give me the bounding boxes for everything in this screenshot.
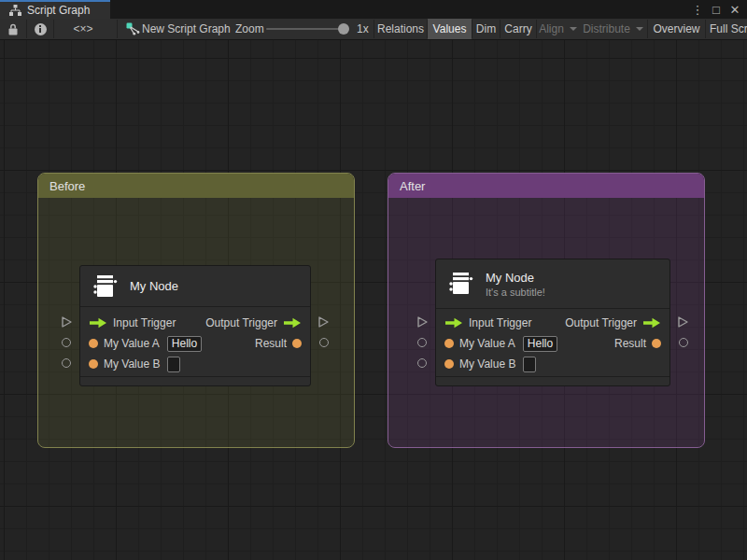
- external-value-input-port[interactable]: [62, 338, 71, 347]
- relations-button[interactable]: Relations: [374, 19, 427, 39]
- trigger-port-row: Input Trigger Output Trigger: [436, 313, 669, 333]
- external-value-input-port[interactable]: [417, 358, 427, 368]
- port-label: Result: [614, 337, 646, 350]
- port-label: Output Trigger: [565, 316, 637, 329]
- node-box[interactable]: My Node It's a subtitle! Input Trigger O…: [435, 259, 670, 386]
- external-trigger-output-port[interactable]: [677, 315, 689, 331]
- value-a-input[interactable]: Hello: [167, 336, 202, 352]
- tab-title: Script Graph: [27, 4, 90, 17]
- node-subtitle: It's a subtitle!: [486, 287, 545, 298]
- value-a-port-row: My Value A Hello Result: [80, 333, 310, 354]
- port-label: Input Trigger: [113, 316, 176, 329]
- info-icon: [35, 23, 47, 35]
- code-brackets-icon: <×>: [73, 22, 92, 35]
- hierarchy-icon: [9, 5, 21, 16]
- chevron-down-icon: [636, 27, 643, 31]
- group-after-header[interactable]: After: [388, 174, 704, 198]
- chevron-down-icon: [570, 27, 577, 31]
- external-trigger-input-port[interactable]: [416, 315, 429, 331]
- external-value-output-port[interactable]: [679, 338, 688, 347]
- lock-button[interactable]: [0, 19, 26, 39]
- distribute-dropdown-button[interactable]: Distribute: [579, 19, 647, 39]
- port-label: My Value A: [459, 337, 515, 350]
- graph-canvas[interactable]: Before After: [0, 40, 747, 560]
- node-body: Input Trigger Output Trigger My Value A …: [80, 307, 310, 376]
- window-controls: ⋮ □ ✕: [691, 0, 747, 19]
- fullscreen-button[interactable]: Full Screen: [706, 19, 747, 39]
- graph-asset-icon: [124, 19, 141, 39]
- value-output-port-icon[interactable]: [652, 339, 661, 348]
- align-dropdown-button[interactable]: Align: [537, 19, 579, 39]
- zoom-slider[interactable]: [266, 19, 346, 39]
- value-a-input[interactable]: Hello: [523, 336, 557, 352]
- node-footer: [436, 376, 669, 385]
- value-a-port-row: My Value A Hello Result: [436, 333, 669, 354]
- menu-icon[interactable]: ⋮: [691, 3, 704, 17]
- node-title: My Node: [486, 271, 545, 285]
- value-input-port-icon[interactable]: [89, 339, 98, 348]
- value-b-input[interactable]: [167, 357, 180, 372]
- node-box[interactable]: My Node Input Trigger Output Trigger: [79, 265, 311, 386]
- graph-toolbar: <×> New Script Graph Zoom 1x Relations V…: [0, 19, 747, 40]
- values-button[interactable]: Values: [428, 19, 472, 39]
- node-header[interactable]: My Node: [80, 266, 310, 307]
- node-title: My Node: [130, 279, 178, 293]
- tab-bar: Script Graph ⋮ □ ✕: [0, 0, 747, 19]
- external-value-output-port[interactable]: [319, 338, 329, 347]
- script-graph-window: Script Graph ⋮ □ ✕ <×>: [0, 0, 747, 560]
- trigger-output-port-icon[interactable]: [283, 317, 302, 329]
- trigger-input-port-icon[interactable]: [444, 317, 463, 329]
- zoom-label: Zoom: [235, 19, 264, 39]
- dim-button[interactable]: Dim: [472, 19, 500, 39]
- node-footer: [80, 376, 310, 385]
- value-ports-toggle-button[interactable]: <×>: [54, 19, 112, 39]
- port-label: Result: [255, 337, 287, 350]
- distribute-label: Distribute: [583, 22, 630, 35]
- port-label: My Value B: [104, 357, 160, 371]
- overview-button[interactable]: Overview: [648, 19, 705, 39]
- graph-name-label: New Script Graph: [142, 19, 231, 39]
- node-my-node-before[interactable]: My Node Input Trigger Output Trigger: [79, 265, 311, 386]
- trigger-input-port-icon[interactable]: [89, 317, 107, 329]
- group-before-header[interactable]: Before: [38, 174, 354, 198]
- close-icon[interactable]: ✕: [728, 3, 741, 17]
- group-label: Before: [49, 179, 85, 193]
- port-label: My Value A: [104, 337, 160, 350]
- lock-icon: [7, 23, 19, 35]
- external-value-input-port[interactable]: [417, 338, 427, 347]
- external-trigger-input-port[interactable]: [61, 315, 73, 331]
- value-input-port-icon[interactable]: [89, 359, 98, 369]
- port-label: Input Trigger: [469, 316, 531, 329]
- toolbar-separator: [117, 20, 118, 38]
- carry-button[interactable]: Carry: [500, 19, 536, 39]
- value-b-port-row: My Value B: [80, 354, 310, 374]
- value-output-port-icon[interactable]: [292, 339, 302, 348]
- group-label: After: [400, 179, 425, 193]
- value-b-input[interactable]: [523, 357, 536, 372]
- value-b-port-row: My Value B: [436, 354, 669, 374]
- tab-script-graph[interactable]: Script Graph: [0, 0, 110, 19]
- port-label: My Value B: [459, 357, 515, 371]
- zoom-slider-handle[interactable]: [338, 23, 349, 35]
- trigger-output-port-icon[interactable]: [642, 317, 661, 329]
- value-input-port-icon[interactable]: [444, 339, 454, 348]
- node-my-node-after[interactable]: My Node It's a subtitle! Input Trigger O…: [435, 259, 670, 386]
- trigger-port-row: Input Trigger Output Trigger: [80, 313, 310, 333]
- value-input-port-icon[interactable]: [444, 359, 454, 369]
- node-body: Input Trigger Output Trigger My Value A …: [436, 309, 669, 376]
- align-label: Align: [539, 22, 564, 35]
- node-header[interactable]: My Node It's a subtitle!: [436, 259, 669, 309]
- external-trigger-output-port[interactable]: [317, 315, 330, 331]
- unit-icon: [92, 273, 120, 301]
- external-value-input-port[interactable]: [62, 358, 71, 368]
- info-button[interactable]: [27, 19, 53, 39]
- zoom-slider-track[interactable]: [266, 28, 346, 30]
- unit-icon: [447, 270, 475, 298]
- maximize-icon[interactable]: □: [710, 3, 723, 17]
- port-label: Output Trigger: [205, 316, 277, 329]
- zoom-value: 1x: [357, 19, 369, 39]
